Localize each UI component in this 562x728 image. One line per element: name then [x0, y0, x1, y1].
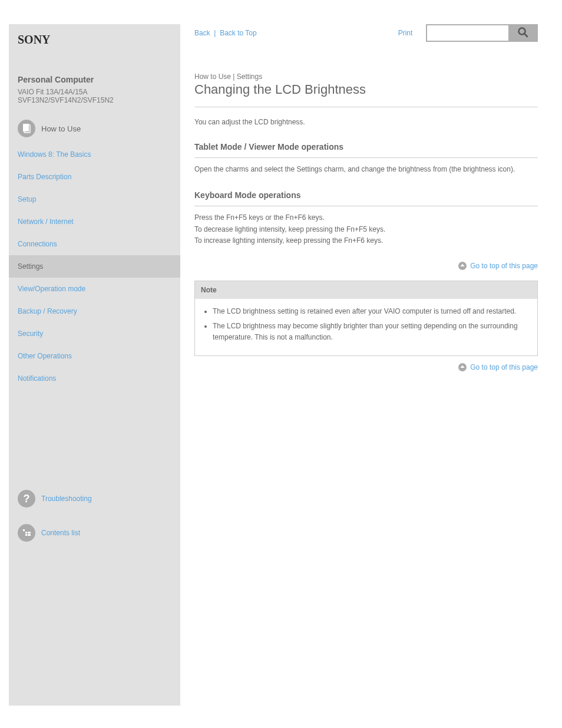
search-box [426, 24, 538, 42]
sidebar-item-security[interactable]: Security [18, 322, 171, 345]
section-heading-tablet: Tablet Mode / Viewer Mode operations [194, 142, 538, 158]
sidebar-item-network[interactable]: Network / Internet [18, 210, 171, 233]
sidebar: SONY Personal Computer VAIO Fit 13A/14A/… [9, 24, 180, 706]
svg-rect-10 [25, 534, 27, 536]
note-box: Note The LCD brightness setting is retai… [194, 281, 538, 356]
sidebar-item-troubleshooting[interactable]: ? Troubleshooting [18, 490, 171, 508]
up-arrow-icon [458, 363, 467, 371]
search-button[interactable] [508, 24, 538, 42]
sidebar-item-connections[interactable]: Connections [18, 233, 171, 255]
note-heading: Note [195, 281, 537, 299]
print-link[interactable]: Print [398, 29, 413, 37]
sidebar-section-head[interactable]: How to Use [18, 120, 171, 137]
note-item: The LCD brightness may become slightly b… [213, 321, 531, 343]
back-to-top-link[interactable]: Back to Top [220, 29, 256, 37]
sidebar-group-how-to-use: How to Use Windows 8: The Basics Parts D… [18, 120, 171, 390]
topbar-links: Back | Back to Top Print [194, 29, 412, 37]
go-to-top-label: Go to top of this page [470, 363, 538, 371]
search-icon [517, 27, 529, 40]
go-to-top-label: Go to top of this page [470, 262, 538, 270]
svg-rect-8 [25, 532, 27, 533]
search-input[interactable] [426, 24, 508, 42]
svg-line-13 [524, 34, 527, 37]
sidebar-item-viewmode[interactable]: View/Operation mode [18, 278, 171, 300]
svg-rect-9 [28, 532, 31, 533]
go-to-top-link[interactable]: Go to top of this page [194, 363, 538, 371]
sidebar-label-troubleshooting: Troubleshooting [41, 495, 92, 503]
page-title: Changing the LCD Brightness [194, 82, 538, 107]
lead-paragraph: You can adjust the LCD brightness. [194, 117, 538, 128]
sidebar-item-contents-list[interactable]: Contents list [18, 524, 171, 542]
product-title: Personal Computer [18, 75, 171, 84]
section-heading-keyboard: Keyboard Mode operations [194, 190, 538, 206]
sidebar-item-other[interactable]: Other Operations [18, 345, 171, 367]
up-arrow-icon [458, 262, 467, 270]
back-link[interactable]: Back [194, 29, 210, 37]
note-item: The LCD brightness setting is retained e… [213, 306, 531, 317]
sidebar-section-title: How to Use [41, 124, 81, 133]
sony-logo: SONY [18, 35, 171, 45]
svg-rect-7 [23, 529, 25, 531]
sidebar-item-settings[interactable]: Settings [9, 255, 180, 278]
go-to-top-link[interactable]: Go to top of this page [194, 262, 538, 270]
sidebar-item-setup[interactable]: Setup [18, 188, 171, 210]
question-icon: ? [18, 490, 35, 508]
svg-text:SONY: SONY [18, 35, 51, 45]
page-number: 125 [0, 706, 562, 728]
section-body-keyboard: Press the Fn+F5 keys or the Fn+F6 keys. … [194, 212, 538, 246]
product-model: VAIO Fit 13A/14A/15A SVF13N2/SVF14N2/SVF… [18, 88, 171, 104]
breadcrumb: How to Use | Settings [194, 73, 538, 81]
sidebar-item-backup[interactable]: Backup / Recovery [18, 300, 171, 322]
list-icon [18, 524, 35, 542]
sidebar-item-notifications[interactable]: Notifications [18, 367, 171, 390]
sidebar-item-parts[interactable]: Parts Description [18, 166, 171, 188]
note-list: The LCD brightness setting is retained e… [195, 299, 537, 355]
sidebar-links: Windows 8: The Basics Parts Description … [18, 143, 171, 390]
section-body-tablet: Open the charms and select the Settings … [194, 164, 538, 175]
topbar: Back | Back to Top Print [194, 24, 538, 54]
main-content: Back | Back to Top Print [180, 24, 538, 706]
sidebar-item-windows8[interactable]: Windows 8: The Basics [18, 143, 171, 166]
sidebar-label-contents-list: Contents list [41, 529, 80, 537]
svg-rect-11 [28, 534, 31, 536]
doc-icon [18, 120, 35, 137]
svg-text:?: ? [24, 493, 30, 505]
